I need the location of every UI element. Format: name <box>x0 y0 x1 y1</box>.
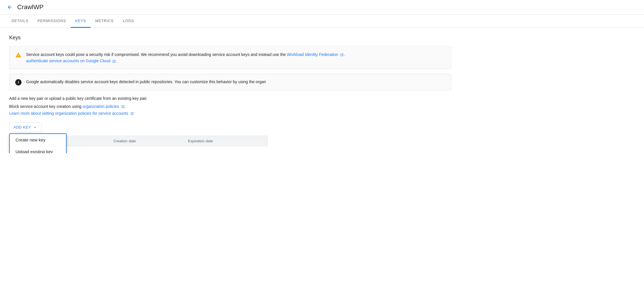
section-title: Keys <box>9 35 635 41</box>
info-alert-box: i Google automatically disables service … <box>9 74 451 90</box>
tab-keys[interactable]: KEYS <box>71 15 91 28</box>
info-icon: i <box>15 79 22 85</box>
workload-identity-link[interactable]: Workload Identity Federation <box>287 52 338 57</box>
upload-existing-key-item[interactable]: Upload existing key <box>10 146 66 153</box>
organization-policies-link[interactable]: organization policies <box>83 104 119 109</box>
tab-details[interactable]: DETAILS <box>7 15 33 28</box>
page-title: CrawlWP <box>17 3 44 11</box>
warning-alert-box: Service account keys could pose a securi… <box>9 46 451 69</box>
create-new-key-item[interactable]: Create new key <box>10 134 66 146</box>
tab-permissions[interactable]: PERMISSIONS <box>33 15 71 28</box>
description-text: Add a new key pair or upload a public ke… <box>9 96 635 101</box>
add-key-dropdown: Create new key Upload existing key <box>9 133 67 153</box>
back-button[interactable] <box>7 4 13 10</box>
policy-text: Block service account key creation using… <box>9 104 635 109</box>
tab-metrics[interactable]: METRICS <box>91 15 118 28</box>
header: CrawlWP <box>0 0 644 15</box>
info-alert-text: Google automatically disables service ac… <box>26 79 266 85</box>
authenticate-link[interactable]: authenticate service accounts on Google … <box>26 59 110 63</box>
keys-content: Keys Service account keys could pose a s… <box>0 28 644 153</box>
col-header-expiration-date: Expiration date <box>188 139 263 143</box>
add-key-wrapper: ADD KEY Create new key Upload existing k… <box>9 122 42 132</box>
tabs-bar: DETAILS PERMISSIONS KEYS METRICS LOGS <box>0 15 644 28</box>
warning-icon <box>15 52 22 59</box>
learn-more-link[interactable]: Learn more about setting organization po… <box>9 111 635 116</box>
tab-logs[interactable]: LOGS <box>118 15 139 28</box>
col-header-creation-date: Creation date <box>113 139 188 143</box>
add-key-button[interactable]: ADD KEY <box>9 122 42 132</box>
warning-alert-text: Service account keys could pose a securi… <box>26 51 345 64</box>
